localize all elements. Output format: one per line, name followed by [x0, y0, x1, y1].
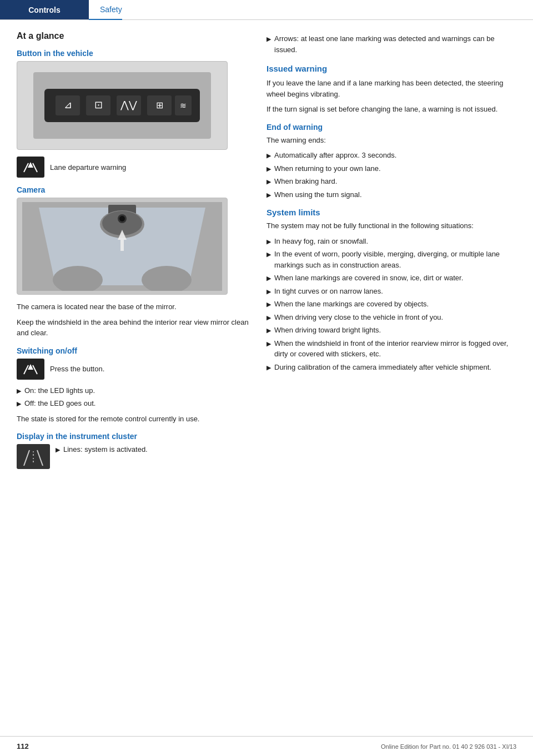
svg-text:⊞: ⊞: [156, 100, 163, 110]
end-warning-list: ▶ Automatically after approx. 3 seconds.…: [266, 150, 516, 200]
on-led-text: On: the LED lights up.: [24, 385, 95, 396]
system-limits-list: ▶ In heavy fog, rain or snowfall. ▶ In t…: [266, 236, 516, 373]
arrow-bullet-l3: ▶: [266, 274, 271, 283]
arrows-item: ▶ Arrows: at least one lane marking was …: [266, 33, 516, 55]
at-a-glance-heading: At a glance: [17, 31, 250, 41]
camera-heading: Camera: [17, 185, 250, 194]
limit7-item: ▶ When driving toward bright lights.: [266, 325, 516, 336]
system-limits-heading: System limits: [266, 208, 516, 217]
limit1-text: In heavy fog, rain or snowfall.: [274, 236, 368, 247]
arrow-bullet-l8: ▶: [266, 339, 271, 349]
issued-p2: If the turn signal is set before changin…: [266, 104, 516, 115]
button-image-svg: ⊿ ⊡ ⋀⋁ ⊞ ≋: [33, 72, 211, 139]
instrument-cluster-row: ▶ Lines: system is activated.: [17, 444, 250, 475]
lane-departure-icon-box: [17, 157, 44, 178]
arrow-bullet-ew1: ▶: [266, 151, 271, 160]
limit2-text: In the event of worn, poorly visible, me…: [274, 249, 516, 270]
svg-point-21: [119, 216, 125, 221]
state-stored-text: The state is stored for the remote contr…: [17, 414, 250, 425]
end-bullet2-text: When returning to your own lane.: [274, 163, 381, 174]
lines-activated-item: ▶ Lines: system is activated.: [56, 444, 148, 455]
end-bullet4: ▶ When using the turn signal.: [266, 189, 516, 200]
camera-image: [17, 198, 228, 295]
display-heading: Display in the instrument cluster: [17, 432, 250, 441]
lines-activated-text: Lines: system is activated.: [63, 444, 148, 455]
limit5-text: When the lane markings are covered by ob…: [274, 299, 429, 310]
footer-page-number: 112: [17, 742, 29, 750]
end-of-warning-heading: End of warning: [266, 123, 516, 132]
svg-rect-30: [19, 446, 47, 468]
limit8-item: ▶ When the windshield in front of the in…: [266, 338, 516, 360]
nav-safety-tab[interactable]: Safety: [89, 0, 122, 20]
cluster-icon: [19, 446, 47, 468]
lane-departure-label-row: Lane departure warning: [17, 157, 250, 178]
limit7-text: When driving toward bright lights.: [274, 325, 381, 336]
limit4-text: In tight curves or on narrow lanes.: [274, 286, 383, 297]
arrow-bullet-ew4: ▶: [266, 190, 271, 200]
arrow-bullet-l9: ▶: [266, 363, 271, 372]
arrow-bullet-l2: ▶: [266, 250, 271, 259]
cluster-icon-box: [17, 444, 50, 469]
footer: 112 Online Edition for Part no. 01 40 2 …: [0, 736, 533, 756]
limit4-item: ▶ In tight curves or on narrow lanes.: [266, 286, 516, 297]
arrow-bullet-l4: ▶: [266, 287, 271, 296]
lane-departure-icon: [21, 160, 40, 174]
limit1-item: ▶ In heavy fog, rain or snowfall.: [266, 236, 516, 247]
left-column: At a glance Button in the vehicle ⊿ ⊡ ⋀⋁…: [17, 31, 250, 479]
controls-label: Controls: [28, 6, 61, 14]
switching-icon: [21, 362, 40, 376]
end-bullet4-text: When using the turn signal.: [274, 189, 362, 200]
switching-heading: Switching on/off: [17, 346, 250, 355]
safety-label: Safety: [100, 5, 122, 14]
svg-text:⊡: ⊡: [94, 99, 103, 110]
camera-image-svg: [22, 202, 222, 291]
system-limits-intro: The system may not be fully functional i…: [266, 220, 516, 231]
issued-warning-heading: Issued warning: [266, 64, 516, 73]
limit6-text: When driving very close to the vehicle i…: [274, 312, 443, 323]
nav-controls-tab[interactable]: Controls: [0, 0, 89, 19]
limit9-text: During calibration of the camera immedia…: [274, 362, 491, 373]
limit8-text: When the windshield in front of the inte…: [274, 338, 516, 360]
end-bullet3-text: When braking hard.: [274, 176, 337, 187]
off-led-text: Off: the LED goes out.: [24, 398, 95, 409]
off-led-item: ▶ Off: the LED goes out.: [17, 398, 250, 409]
svg-text:≋: ≋: [180, 101, 187, 110]
button-in-vehicle-heading: Button in the vehicle: [17, 49, 250, 58]
camera-desc2: Keep the windshield in the area behind t…: [17, 317, 250, 339]
arrow-bullet-lines: ▶: [56, 445, 60, 455]
button-image: ⊿ ⊡ ⋀⋁ ⊞ ≋: [17, 61, 228, 150]
footer-edition-text: Online Edition for Part no. 01 40 2 926 …: [381, 743, 516, 750]
arrow-bullet-on: ▶: [17, 386, 21, 396]
switching-list: ▶ On: the LED lights up. ▶ Off: the LED …: [17, 385, 250, 409]
arrow-bullet-ew2: ▶: [266, 164, 271, 174]
end-bullet1-text: Automatically after approx. 3 seconds.: [274, 150, 396, 161]
switching-press-text: Press the button.: [50, 365, 104, 373]
warning-ends-text: The warning ends:: [266, 135, 516, 146]
arrow-bullet-arrows: ▶: [266, 34, 271, 44]
arrow-bullet-l6: ▶: [266, 313, 271, 322]
limit5-item: ▶ When the lane markings are covered by …: [266, 299, 516, 310]
arrow-bullet-l5: ▶: [266, 300, 271, 309]
switching-press-row: Press the button.: [17, 359, 250, 380]
end-bullet1: ▶ Automatically after approx. 3 seconds.: [266, 150, 516, 161]
right-column: ▶ Arrows: at least one lane marking was …: [266, 31, 516, 479]
limit2-item: ▶ In the event of worn, poorly visible, …: [266, 249, 516, 270]
end-bullet2: ▶ When returning to your own lane.: [266, 163, 516, 174]
limit9-item: ▶ During calibration of the camera immed…: [266, 362, 516, 373]
issued-p1: If you leave the lane and if a lane mark…: [266, 78, 516, 99]
svg-rect-25: [120, 240, 124, 251]
arrows-list: ▶ Arrows: at least one lane marking was …: [266, 33, 516, 55]
limit6-item: ▶ When driving very close to the vehicle…: [266, 312, 516, 323]
arrow-bullet-l7: ▶: [266, 326, 271, 335]
end-bullet3: ▶ When braking hard.: [266, 176, 516, 187]
limit3-text: When lane markings are covered in snow, …: [274, 273, 463, 284]
arrow-bullet-off: ▶: [17, 399, 21, 409]
arrow-bullet-l1: ▶: [266, 237, 271, 246]
on-led-item: ▶ On: the LED lights up.: [17, 385, 250, 396]
camera-desc1: The camera is located near the base of t…: [17, 301, 250, 313]
svg-text:⊿: ⊿: [64, 99, 72, 110]
top-navigation: Controls Safety: [0, 0, 533, 20]
arrows-text: Arrows: at least one lane marking was de…: [274, 33, 516, 55]
switching-icon-box: [17, 359, 44, 380]
lane-departure-text: Lane departure warning: [50, 163, 126, 172]
